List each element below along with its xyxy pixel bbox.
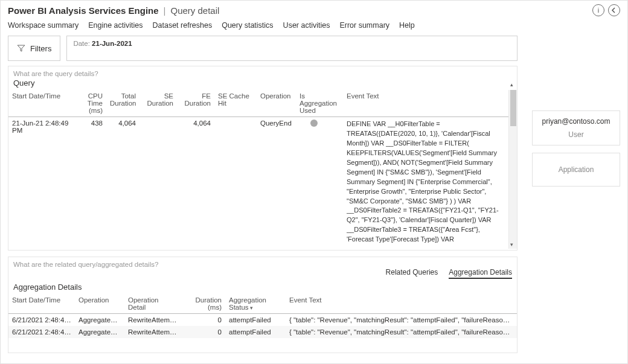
acol-status[interactable]: Aggregation Status▾	[225, 294, 286, 314]
cell-total: 4,064	[106, 117, 139, 249]
user-email: priyan@contoso.com	[537, 117, 615, 126]
col-cache[interactable]: SE Cache Hit	[214, 90, 257, 117]
tab-aggregation-details[interactable]: Aggregation Details	[449, 268, 512, 279]
acol-duration[interactable]: Duration (ms)	[182, 294, 225, 314]
date-filter[interactable]: Date: 21-Jun-2021	[66, 36, 517, 61]
aggregation-table: Start Date/Time Operation Operation Deta…	[8, 294, 517, 338]
acell-opdetail: RewriteAttempted	[124, 326, 182, 338]
acell-opdetail: RewriteAttempted	[124, 314, 182, 327]
user-label: User	[537, 130, 615, 139]
info-icon[interactable]: i	[592, 4, 604, 16]
col-aggregation[interactable]: Is Aggregation Used	[296, 90, 343, 117]
tab-user-activities[interactable]: User activities	[283, 21, 330, 30]
aggregation-panel: What are the related query/aggregated de…	[8, 257, 517, 353]
related-tabs: Related Queries Aggregation Details	[8, 268, 517, 281]
query-scrollbar[interactable]: ▴ ▾	[508, 90, 517, 249]
filter-icon	[17, 44, 25, 53]
aggregation-header-row: Start Date/Time Operation Operation Deta…	[8, 294, 517, 314]
nav-tabs: Workspace summary Engine activities Data…	[1, 16, 627, 36]
page-subtitle: Query detail	[170, 5, 219, 16]
tab-workspace-summary[interactable]: Workspace summary	[8, 21, 78, 30]
cell-operation: QueryEnd	[257, 117, 296, 249]
cell-cpu: 438	[75, 117, 106, 249]
query-hint: What are the query details?	[8, 66, 517, 77]
title-separator: |	[164, 5, 166, 16]
query-row[interactable]: 21-Jun-21 2:48:49 PM 438 4,064 4,064 Que…	[8, 117, 508, 249]
acell-duration: 0	[182, 326, 225, 338]
query-title: Query	[8, 77, 517, 90]
header-actions: i	[592, 4, 620, 16]
acol-event[interactable]: Event Text	[286, 294, 517, 314]
tab-error-summary[interactable]: Error summary	[339, 21, 389, 30]
aggregation-row[interactable]: 6/21/2021 2:48:45 PM AggregateTabl... Re…	[8, 314, 517, 327]
acell-event: { "table": "Revenue", "matchingResult": …	[286, 326, 517, 338]
event-text: DEFINE VAR __H0FilterTable = TREATAS({DA…	[347, 120, 505, 246]
cell-aggregation	[296, 117, 343, 249]
filters-label: Filters	[30, 44, 51, 53]
scroll-up-icon[interactable]: ▴	[510, 81, 513, 88]
col-fe[interactable]: FE Duration	[177, 90, 214, 117]
acell-operation: AggregateTabl...	[75, 314, 124, 327]
app-title: Power BI Analysis Services Engine	[8, 5, 159, 16]
col-total[interactable]: Total Duration	[106, 90, 139, 117]
tab-dataset-refreshes[interactable]: Dataset refreshes	[153, 21, 213, 30]
scroll-thumb[interactable]	[510, 90, 516, 126]
cell-cache	[214, 117, 257, 249]
sort-desc-icon: ▾	[250, 305, 253, 311]
application-label: Application	[537, 165, 615, 174]
query-panel: What are the query details? Query Start …	[8, 66, 517, 251]
acell-start: 6/21/2021 2:48:48 PM	[8, 326, 75, 338]
col-cpu[interactable]: CPU Time (ms)	[75, 90, 106, 117]
tab-engine-activities[interactable]: Engine activities	[88, 21, 143, 30]
filters-button[interactable]: Filters	[8, 36, 60, 61]
application-card[interactable]: Application	[532, 153, 620, 187]
cell-se	[139, 117, 177, 249]
user-card[interactable]: priyan@contoso.com User	[532, 110, 620, 145]
tab-query-statistics[interactable]: Query statistics	[222, 21, 273, 30]
acell-event: { "table": "Revenue", "matchingResult": …	[286, 314, 517, 327]
cell-start: 21-Jun-21 2:48:49 PM	[8, 117, 75, 249]
date-label: Date:	[73, 40, 90, 47]
acol-opdetail[interactable]: Operation Detail	[124, 294, 182, 314]
col-operation[interactable]: Operation	[257, 90, 296, 117]
aggregation-title: Aggregation Details	[8, 281, 517, 294]
acell-operation: AggregateTabl...	[75, 326, 124, 338]
tab-help[interactable]: Help	[399, 21, 415, 30]
col-se[interactable]: SE Duration	[139, 90, 177, 117]
cell-event: DEFINE VAR __H0FilterTable = TREATAS({DA…	[343, 117, 508, 249]
acell-status: attemptFailed	[225, 314, 286, 327]
date-value: 21-Jun-2021	[92, 40, 132, 47]
query-header-row: Start Date/Time CPU Time (ms) Total Dura…	[8, 90, 508, 117]
back-icon[interactable]	[608, 4, 620, 16]
header: Power BI Analysis Services Engine | Quer…	[1, 1, 627, 16]
acol-start[interactable]: Start Date/Time	[8, 294, 75, 314]
query-table: Start Date/Time CPU Time (ms) Total Dura…	[8, 90, 508, 249]
side-panel: priyan@contoso.com User Application	[532, 110, 620, 187]
cell-fe: 4,064	[177, 117, 214, 249]
aggregation-hint: What are the related query/aggregated de…	[8, 257, 517, 268]
col-start[interactable]: Start Date/Time	[8, 90, 75, 117]
acell-status: attemptFailed	[225, 326, 286, 338]
acol-operation[interactable]: Operation	[75, 294, 124, 314]
scroll-down-icon[interactable]: ▾	[510, 241, 513, 247]
acell-start: 6/21/2021 2:48:45 PM	[8, 314, 75, 327]
aggregation-row[interactable]: 6/21/2021 2:48:48 PM AggregateTabl... Re…	[8, 326, 517, 338]
col-event[interactable]: Event Text	[343, 90, 508, 117]
acell-duration: 0	[182, 314, 225, 327]
aggregation-dot-icon	[310, 120, 318, 127]
filters-row: Filters Date: 21-Jun-2021	[1, 36, 525, 61]
tab-related-queries[interactable]: Related Queries	[386, 268, 438, 279]
title-block: Power BI Analysis Services Engine | Quer…	[8, 5, 219, 16]
